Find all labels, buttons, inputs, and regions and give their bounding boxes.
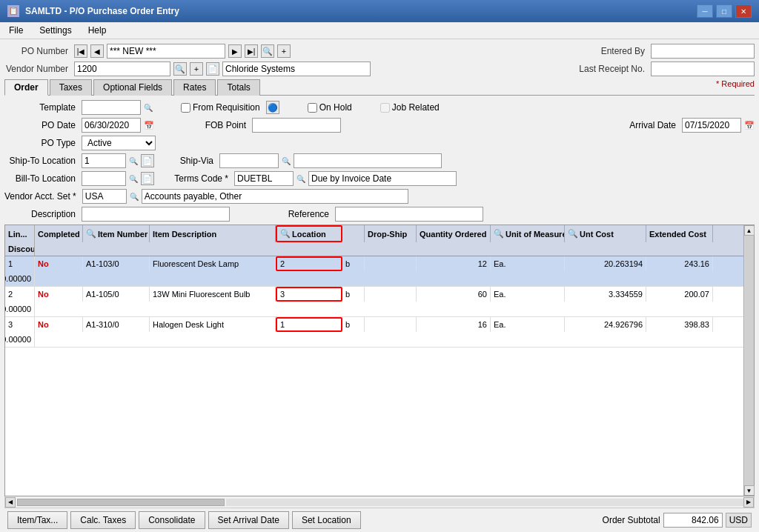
cell-completed-2: No <box>35 287 83 302</box>
ship-to-search-icon[interactable]: 🔍 <box>129 157 138 165</box>
horizontal-scrollbar[interactable]: ◀ ▶ <box>4 496 755 508</box>
vendor-acct-input[interactable] <box>82 189 127 204</box>
cell-qty-1: 12 <box>417 256 491 271</box>
po-prev-button[interactable]: ◀ <box>90 44 104 58</box>
fob-point-label: FOB Point <box>175 120 249 130</box>
terms-code-input[interactable] <box>234 171 294 186</box>
po-next-button[interactable]: ▶ <box>228 44 242 58</box>
title-bar: 📋 SAMLTD - P/O Purchase Order Entry ─ □ … <box>0 0 759 22</box>
uom-search-icon[interactable]: 🔍 <box>494 229 504 239</box>
cell-flag-1: b <box>342 256 365 271</box>
po-last-button[interactable]: ▶| <box>245 44 258 58</box>
minimize-button[interactable]: ─ <box>697 4 713 18</box>
cell-uom-1: Ea. <box>491 256 565 271</box>
set-arrival-button[interactable]: Set Arrival Date <box>208 511 289 529</box>
tab-optional-fields[interactable]: Optional Fields <box>93 79 172 96</box>
tab-order[interactable]: Order <box>4 79 48 96</box>
calc-taxes-button[interactable]: Calc. Taxes <box>70 511 136 529</box>
ship-via-desc-input[interactable] <box>294 153 442 168</box>
horizontal-scroll-track <box>226 499 743 506</box>
template-input[interactable] <box>82 100 141 115</box>
vendor-info-button[interactable]: 📄 <box>206 62 219 76</box>
location-search-icon[interactable]: 🔍 <box>280 229 291 239</box>
vendor-name-input[interactable] <box>222 61 371 76</box>
on-hold-check[interactable]: On Hold <box>308 102 352 113</box>
ship-to-info-icon[interactable]: 📄 <box>141 154 154 167</box>
scroll-up-button[interactable]: ▲ <box>744 225 755 236</box>
consolidate-button[interactable]: Consolidate <box>139 511 205 529</box>
vendor-search-button[interactable]: 🔍 <box>173 62 187 76</box>
cell-qty-3: 16 <box>417 317 491 332</box>
vendor-row: Vendor Number 🔍 + 📄 Last Receipt No. <box>4 61 755 76</box>
vendor-acct-search-icon[interactable]: 🔍 <box>130 193 139 201</box>
description-input[interactable] <box>82 207 230 222</box>
po-type-dropdown[interactable]: Active Standing Blanket Future <box>82 136 156 150</box>
terms-desc-input <box>308 171 457 186</box>
po-search-button[interactable]: 🔍 <box>261 44 274 58</box>
arrival-date-calendar-icon[interactable]: 📅 <box>744 121 755 130</box>
po-type-row: PO Type Active Standing Blanket Future <box>4 136 755 150</box>
item-search-icon[interactable]: 🔍 <box>86 229 96 239</box>
currency-label: USD <box>726 513 752 528</box>
po-number-input[interactable] <box>107 44 225 59</box>
cell-item-desc-1: Fluorescent Desk Lamp <box>150 256 276 271</box>
last-receipt-input[interactable] <box>651 61 755 76</box>
description-row: Description Reference <box>4 207 755 222</box>
ship-via-search-icon[interactable]: 🔍 <box>282 157 291 165</box>
col-item-desc: Item Description <box>150 225 276 242</box>
cell-discount-3: 0.00000 <box>5 332 35 347</box>
cell-uom-3: Ea. <box>491 317 565 332</box>
description-label: Description <box>4 209 79 219</box>
menu-help[interactable]: Help <box>84 24 111 37</box>
tab-totals[interactable]: Totals <box>217 79 259 96</box>
header-row: PO Number |◀ ◀ ▶ ▶| 🔍 + Entered By <box>4 44 755 59</box>
grid-row[interactable]: 3 No A1-310/0 Halogen Desk Light 1 b 16 … <box>5 317 743 348</box>
unit-cost-search-icon[interactable]: 🔍 <box>568 229 578 239</box>
tab-taxes[interactable]: Taxes <box>50 79 92 96</box>
set-location-button[interactable]: Set Location <box>292 511 361 529</box>
vendor-number-input[interactable] <box>74 61 170 76</box>
app-icon: 📋 <box>7 5 19 17</box>
cell-discount-1: 0.00000 <box>5 271 35 286</box>
col-flag <box>342 225 365 242</box>
tab-rates[interactable]: Rates <box>173 79 216 96</box>
from-requisition-check[interactable]: From Requisition <box>181 102 260 113</box>
po-add-button[interactable]: + <box>277 44 291 58</box>
order-tab-content: Template 🔍 From Requisition 🔵 On Hold Jo… <box>4 100 755 222</box>
terms-code-search-icon[interactable]: 🔍 <box>296 175 305 183</box>
template-search-icon[interactable]: 🔍 <box>144 104 153 112</box>
entered-by-input[interactable] <box>651 44 755 59</box>
menu-settings[interactable]: Settings <box>35 24 76 37</box>
menu-file[interactable]: File <box>4 24 27 37</box>
arrival-date-input[interactable] <box>682 118 741 133</box>
requisition-icon[interactable]: 🔵 <box>266 101 279 114</box>
from-requisition-label: From Requisition <box>193 102 260 113</box>
grid-row[interactable]: 2 No A1-105/0 13W Mini Fluorescent Bulb … <box>5 287 743 317</box>
scroll-down-button[interactable]: ▼ <box>744 485 755 496</box>
po-first-button[interactable]: |◀ <box>74 44 87 58</box>
vertical-scrollbar[interactable]: ▲ ▼ <box>743 225 754 496</box>
order-subtotal-value <box>663 513 723 528</box>
order-subtotal-label: Order Subtotal <box>603 515 660 525</box>
po-date-input[interactable] <box>82 118 141 133</box>
grid-row[interactable]: 1 No A1-103/0 Fluorescent Desk Lamp 2 b … <box>5 256 743 287</box>
scroll-left-button[interactable]: ◀ <box>5 497 16 508</box>
fob-point-input[interactable] <box>252 118 341 133</box>
close-window-button[interactable]: ✕ <box>735 4 752 18</box>
bill-to-search-icon[interactable]: 🔍 <box>129 175 138 183</box>
ship-to-input[interactable] <box>82 153 126 168</box>
po-date-row: PO Date 📅 FOB Point Arrival Date 📅 <box>4 118 755 133</box>
bill-to-info-icon[interactable]: 📄 <box>141 172 154 185</box>
vendor-add-button[interactable]: + <box>190 62 203 76</box>
col-completed: Completed <box>35 225 83 242</box>
cell-qty-2: 60 <box>417 287 491 302</box>
reference-input[interactable] <box>335 207 483 222</box>
po-date-calendar-icon[interactable]: 📅 <box>144 121 154 130</box>
ship-via-input[interactable] <box>219 153 279 168</box>
item-tax-button[interactable]: Item/Tax... <box>7 511 67 529</box>
bill-to-input[interactable] <box>82 171 126 186</box>
restore-button[interactable]: □ <box>716 4 732 18</box>
cell-item-num-2: A1-105/0 <box>83 287 150 302</box>
cell-item-num-3: A1-310/0 <box>83 317 150 332</box>
scroll-right-button[interactable]: ▶ <box>743 497 754 508</box>
